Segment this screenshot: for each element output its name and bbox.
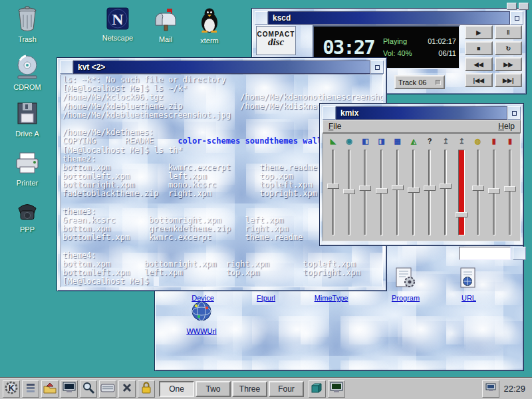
netscape-icon: N bbox=[106, 7, 130, 33]
loop-button[interactable]: ↻ bbox=[495, 41, 523, 55]
kfm-icon-label[interactable]: WWWUrl bbox=[180, 327, 223, 335]
volume-slider-10[interactable] bbox=[471, 148, 485, 237]
kmix-titlebar[interactable]: kmix bbox=[336, 106, 507, 120]
slider-handle[interactable] bbox=[343, 189, 355, 194]
panel-hide-button-1[interactable] bbox=[507, 3, 517, 10]
kfm-input-button[interactable] bbox=[513, 247, 526, 260]
terminal-button[interactable] bbox=[61, 380, 78, 398]
terminal2-button[interactable] bbox=[328, 380, 345, 398]
trash-icon bbox=[16, 5, 39, 35]
volume-slider-11[interactable] bbox=[487, 148, 501, 237]
cdrom-icon bbox=[15, 55, 39, 82]
desktop-icon-drive-a[interactable]: Drive A bbox=[7, 101, 48, 138]
mixer-channel-icon: ↥ bbox=[456, 136, 467, 146]
volume-slider-8[interactable] bbox=[439, 148, 452, 237]
fast-forward-button[interactable]: ▶▶ bbox=[495, 57, 523, 71]
rewind-button[interactable]: ◀◀ bbox=[465, 57, 493, 71]
slider-handle[interactable] bbox=[504, 186, 516, 192]
mixer-channel-4: ◨ bbox=[374, 136, 390, 237]
volume-slider-9[interactable] bbox=[455, 148, 468, 237]
desktop-icon-xterm[interactable]: xterm bbox=[189, 7, 230, 45]
pause-button[interactable]: ‖ bbox=[495, 25, 523, 39]
kfm-icon-url[interactable]: URL bbox=[448, 267, 490, 302]
kfm-location-input[interactable] bbox=[459, 247, 511, 260]
mixer-channel-icon: ◣ bbox=[327, 136, 339, 146]
desktop-pager-two[interactable]: Two bbox=[196, 381, 231, 397]
slider-handle[interactable] bbox=[376, 188, 388, 194]
lock-button[interactable] bbox=[138, 380, 155, 398]
volume-slider-1[interactable] bbox=[327, 148, 340, 237]
desktop-icon-label: PPP bbox=[7, 225, 48, 233]
keyboard-button[interactable] bbox=[99, 380, 116, 398]
slider-handle[interactable] bbox=[488, 188, 500, 194]
desktop-icon-trash[interactable]: Trash bbox=[7, 5, 48, 43]
panel-hide-buttons bbox=[507, 3, 529, 10]
mailbox-icon bbox=[153, 7, 178, 35]
volume-slider-3[interactable] bbox=[358, 148, 372, 237]
volume-slider-12[interactable] bbox=[503, 148, 517, 237]
kscd-maximize-button[interactable] bbox=[510, 11, 523, 25]
next-track-button[interactable]: ▶▶| bbox=[495, 73, 523, 87]
track-selector-dropdown[interactable]: Track 06 bbox=[394, 75, 445, 89]
desktop-pager-four[interactable]: Four bbox=[269, 381, 304, 397]
volume-slider-7[interactable] bbox=[423, 148, 436, 237]
kfm-icon-label[interactable]: MimeType bbox=[310, 294, 352, 302]
kmix-window-icon[interactable] bbox=[323, 106, 336, 120]
kfm-icon-wwwurl[interactable]: WWWUrl bbox=[180, 299, 223, 335]
find-icon bbox=[82, 381, 95, 397]
slider-handle[interactable] bbox=[456, 212, 467, 217]
globe-icon bbox=[189, 299, 214, 323]
mixer-channel-9: ↥ bbox=[454, 136, 469, 237]
kmix-menubar: File Help bbox=[323, 120, 521, 133]
slider-handle[interactable] bbox=[408, 188, 420, 193]
taskbar-clock: 22:29 bbox=[503, 384, 525, 394]
kfm-icon-label[interactable]: Program bbox=[384, 294, 427, 302]
panel-hide-button-2[interactable] bbox=[519, 3, 529, 10]
kmix-maximize-button[interactable] bbox=[507, 106, 521, 120]
volume-slider-5[interactable] bbox=[391, 148, 404, 237]
kscd-titlebar[interactable]: kscd bbox=[268, 11, 510, 25]
desktop-icon-netscape[interactable]: NNetscape bbox=[97, 7, 138, 42]
display-button[interactable] bbox=[482, 380, 499, 398]
slider-handle[interactable] bbox=[472, 186, 484, 191]
slider-handle[interactable] bbox=[392, 185, 404, 190]
volume-slider-4[interactable] bbox=[375, 148, 388, 237]
kfm-icon-label[interactable]: URL bbox=[448, 294, 490, 302]
desktop-icon-ppp[interactable]: PPP bbox=[7, 198, 48, 233]
play-button[interactable]: ▶ bbox=[465, 25, 493, 39]
volume-slider-6[interactable] bbox=[407, 148, 420, 237]
kde-menu-icon: K bbox=[4, 380, 19, 398]
find-button[interactable] bbox=[80, 380, 97, 398]
slider-track bbox=[364, 150, 366, 235]
slider-handle[interactable] bbox=[327, 184, 339, 189]
desktop-icon-label: Mail bbox=[145, 35, 186, 43]
kfm-icon-program[interactable]: Program bbox=[384, 267, 427, 302]
slider-handle[interactable] bbox=[440, 184, 452, 189]
slider-handle[interactable] bbox=[359, 186, 371, 191]
desktop-icon-label: Trash bbox=[7, 35, 48, 43]
desktop-pager-one[interactable]: One bbox=[159, 381, 194, 397]
desktop-icon-printer[interactable]: Printer bbox=[7, 152, 48, 187]
menu-help[interactable]: Help bbox=[493, 120, 520, 132]
desktop-icon-cdrom[interactable]: CDROM bbox=[7, 55, 48, 91]
previous-track-button[interactable]: |◀◀ bbox=[465, 73, 493, 87]
kvt-maximize-button[interactable] bbox=[370, 61, 384, 74]
kvt-titlebar[interactable]: kvt <2> bbox=[73, 61, 370, 74]
kmix-window: kmix File Help ◣◉◧◨▦◭?↥↥◍▮▮ bbox=[319, 103, 524, 246]
desktop-pager-three[interactable]: Three bbox=[232, 381, 267, 397]
kde-menu-button[interactable]: K bbox=[3, 380, 20, 398]
menu-file[interactable]: File bbox=[323, 120, 346, 132]
kfm-icon-label[interactable]: Ftpurl bbox=[245, 294, 287, 302]
stop-button[interactable]: ■ bbox=[465, 41, 493, 55]
window-list-button[interactable] bbox=[22, 380, 39, 398]
desktop-icon-mail[interactable]: Mail bbox=[145, 7, 186, 43]
kscd-window-icon[interactable] bbox=[255, 11, 268, 25]
keyboard-icon bbox=[100, 382, 115, 396]
kvt-window-icon[interactable] bbox=[60, 61, 73, 74]
home-folder-button[interactable] bbox=[41, 380, 59, 398]
close-x-button[interactable] bbox=[118, 380, 136, 398]
desktop-icon-label: Printer bbox=[7, 179, 48, 187]
package-button[interactable] bbox=[309, 380, 326, 398]
slider-handle[interactable] bbox=[424, 186, 436, 191]
volume-slider-2[interactable] bbox=[342, 148, 356, 237]
